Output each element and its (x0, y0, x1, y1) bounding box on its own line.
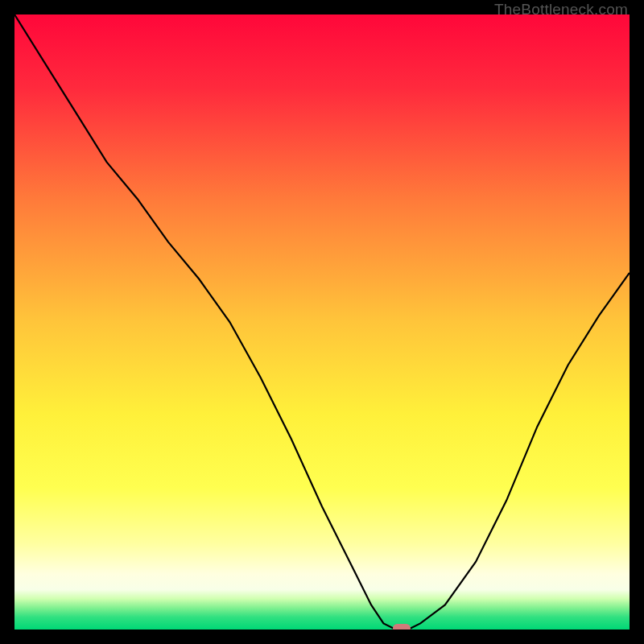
bottleneck-chart: TheBottleneck.com (0, 0, 644, 644)
bottleneck-curve (14, 14, 630, 630)
plot-area (14, 14, 630, 630)
optimal-point-marker (393, 624, 411, 630)
watermark-text: TheBottleneck.com (494, 1, 628, 19)
